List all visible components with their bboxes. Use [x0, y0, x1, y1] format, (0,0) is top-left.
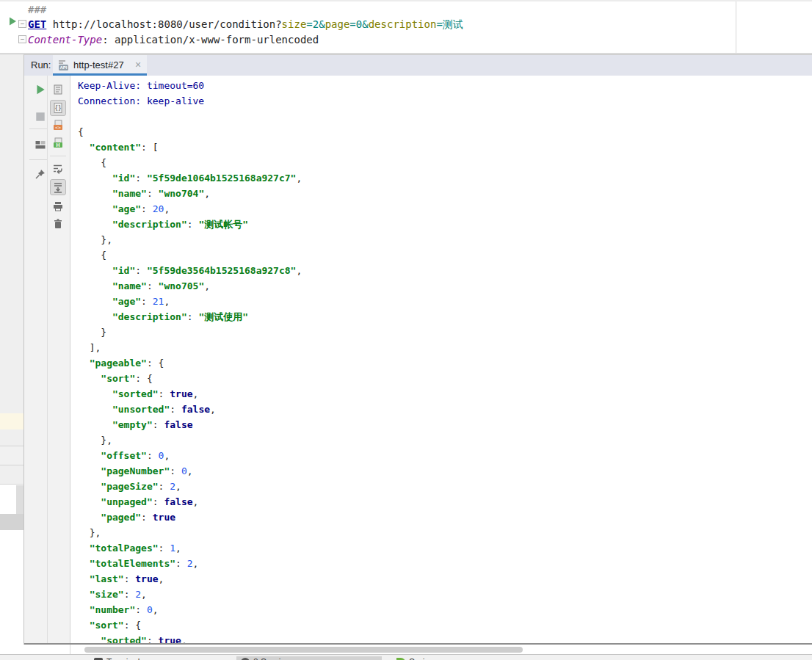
fold-marker[interactable]: −	[18, 35, 26, 43]
clear-all-icon[interactable]	[52, 218, 64, 230]
rerun-icon[interactable]	[35, 84, 46, 95]
response-line: "sort": {	[78, 371, 812, 386]
soft-wrap-icon[interactable]	[52, 163, 64, 175]
response-line: {	[78, 155, 812, 170]
response-body: Keep-Alive: timeout=60Connection: keep-a…	[70, 76, 812, 643]
run-request-icon[interactable]	[7, 16, 18, 26]
headers-view-icon[interactable]: H	[52, 137, 64, 149]
toolwindow-button-label: Terminal	[106, 657, 139, 660]
response-line: "description": "测试使用"	[78, 309, 812, 324]
response-line: "description": "测试帐号"	[78, 217, 812, 232]
toolbar-separator	[29, 159, 47, 160]
toolwindow-button-label: Spring	[409, 657, 435, 660]
response-line: "pageNumber": 0,	[78, 463, 812, 479]
toolwindow-button-label: 8 Services	[253, 657, 294, 660]
response-line: "age": 21,	[78, 294, 812, 309]
toolwindow-button-terminal[interactable]: Terminal	[90, 656, 144, 660]
request-line: GET http://localhost:8080/user/condition…	[28, 17, 463, 32]
strip-block	[16, 485, 23, 514]
response-line: "age": 20,	[78, 201, 812, 217]
response-line: "paged": true	[78, 509, 812, 525]
header-value: application/x-www-form-urlencoded	[115, 34, 319, 46]
toolwindow-button-8-services[interactable]: 8 Services	[236, 656, 382, 660]
response-line: {	[78, 124, 812, 139]
response-line: ],	[78, 340, 812, 355]
request-separator-line: ###	[28, 2, 46, 17]
response-line: "sorted": true,	[78, 386, 812, 402]
json-view-icon: {}	[52, 102, 64, 114]
html-view-icon[interactable]: <>	[52, 120, 64, 131]
http-method: GET	[28, 18, 46, 30]
response-line: "name": "wno705",	[78, 278, 812, 294]
fold-marker[interactable]: −	[18, 20, 26, 28]
strip-band	[0, 465, 23, 485]
horizontal-scrollbar-thumb[interactable]	[84, 647, 523, 653]
response-view[interactable]: Keep-Alive: timeout=60Connection: keep-a…	[70, 76, 812, 643]
response-line: Connection: keep-alive	[78, 93, 812, 109]
toolbar-divider	[47, 76, 48, 643]
response-line	[78, 109, 812, 124]
response-line: Keep-Alive: timeout=60	[78, 78, 812, 93]
response-line: "totalElements": 2,	[78, 556, 812, 571]
response-line: "last": true,	[78, 571, 812, 587]
response-line: }	[78, 324, 812, 340]
toolbar-separator	[50, 156, 66, 156]
editor-split-divider[interactable]	[736, 1, 736, 53]
strip-band	[0, 530, 23, 650]
strip-band	[0, 514, 23, 530]
response-line: "sort": {	[78, 617, 812, 633]
tab-title: http-test#27	[73, 59, 124, 70]
print-icon[interactable]	[52, 200, 64, 212]
left-background-strip	[0, 55, 23, 650]
response-line: "pageable": {	[78, 355, 812, 371]
strip-band	[0, 413, 23, 429]
ide-window: − − ### GET http://localhost:8080/user/c…	[0, 0, 812, 660]
strip-band	[0, 446, 23, 465]
response-line: "offset": 0,	[78, 448, 812, 463]
toolbar-separator	[29, 128, 47, 129]
request-url: http://localhost:8080/user/condition?siz…	[53, 18, 463, 30]
response-line: "unsorted": false,	[78, 402, 812, 417]
stop-icon[interactable]	[35, 111, 46, 123]
response-line: "empty": false	[78, 417, 812, 432]
run-label: Run:	[31, 59, 51, 70]
response-line: "size": 2,	[78, 587, 812, 602]
svg-text:<>: <>	[55, 125, 61, 131]
request-header-line: Content-Type: application/x-www-form-url…	[28, 32, 319, 47]
response-line: "id": "5f59de3564b1525168a927c8",	[78, 263, 812, 278]
header-name: Content-Type	[28, 34, 102, 46]
http-request-editor[interactable]: − − ### GET http://localhost:8080/user/c…	[0, 1, 812, 53]
response-line: },	[78, 232, 812, 247]
response-line: "sorted": true,	[78, 633, 812, 643]
api-icon: API	[57, 59, 69, 71]
response-line: "number": 0,	[78, 602, 812, 617]
response-line: "id": "5f59de1064b1525168a927c7",	[78, 170, 812, 186]
pin-icon[interactable]	[35, 168, 46, 180]
response-line: },	[78, 432, 812, 448]
svg-text:{}: {}	[54, 105, 62, 112]
response-line: "name": "wno704",	[78, 186, 812, 201]
response-line: "totalPages": 1,	[78, 540, 812, 556]
response-line: {	[78, 247, 812, 263]
response-line: },	[78, 525, 812, 540]
response-line: "pageSize": 2,	[78, 479, 812, 494]
svg-text:API: API	[59, 65, 67, 70]
response-line: "content": [	[78, 139, 812, 155]
restore-layout-icon[interactable]	[35, 139, 46, 151]
scroll-to-end-icon	[52, 182, 64, 194]
toolwindow-bar: Terminal8 ServicesSpring	[0, 654, 812, 660]
close-icon[interactable]: ×	[135, 59, 141, 70]
toolwindow-button-spring[interactable]: Spring	[392, 656, 439, 660]
show-output-icon[interactable]	[52, 84, 64, 95]
svg-text:H: H	[56, 142, 59, 148]
scrollbar-corner-border	[70, 645, 70, 654]
response-line: "unpaged": false,	[78, 494, 812, 509]
